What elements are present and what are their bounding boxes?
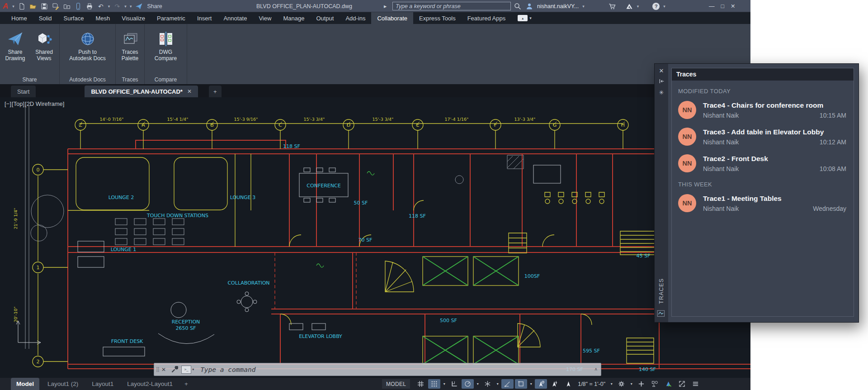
ribbon-tab-solid[interactable]: Solid [33,12,58,24]
snap-mode-caret-icon[interactable]: ▾ [442,382,447,386]
layout-tab-layout1[interactable]: Layout1 [86,378,119,390]
command-drag-handle[interactable]: ⣿ [156,366,159,372]
autocad-logo[interactable]: A [3,2,8,11]
palette-anchor-icon[interactable] [657,309,665,320]
new-layout-button[interactable]: + [181,378,192,390]
customization-gear-toggle[interactable] [615,379,627,389]
annotation-autoscale-toggle[interactable] [548,379,561,389]
customization-gear-caret-icon[interactable]: ▾ [629,382,634,386]
save-as-button[interactable] [52,2,60,10]
mobile-share-button[interactable] [74,2,82,10]
viewport-control-0[interactable]: [−] [5,100,11,107]
ribbon-tab-annotate[interactable]: Annotate [217,12,253,24]
minimize-button[interactable]: — [709,3,715,10]
close-button[interactable]: ✕ [731,3,735,10]
graphics-performance-toggle[interactable] [662,379,675,389]
palette-tab-label[interactable]: TRACES [658,278,665,304]
open-file-button[interactable] [29,2,37,10]
ribbon-collapse-caret-icon[interactable]: ▾ [529,16,532,20]
grid-display-toggle[interactable] [415,379,427,389]
ribbon-tab-home[interactable]: Home [5,12,33,24]
viewport-control-1[interactable]: [Top] [12,100,24,107]
ribbon-tab-featured-apps[interactable]: Featured Apps [462,12,512,24]
layout-tab-model[interactable]: Model [11,378,39,390]
search-input[interactable] [396,3,508,10]
status-menu-toggle[interactable] [689,379,702,389]
layout-tab-layout1-2-[interactable]: Layout1 (2) [42,378,84,390]
ribbon-group-label[interactable]: Share [0,76,59,83]
command-prompt-caret-icon[interactable]: ▾ [192,367,194,371]
search-box[interactable] [392,2,511,10]
help-caret-icon[interactable]: ▾ [663,4,665,9]
file-tab-start[interactable]: Start [11,86,36,97]
ribbon-tab-surface[interactable]: Surface [58,12,90,24]
annotation-scale-toggle[interactable] [562,379,574,389]
ribbon-tab-express-tools[interactable]: Express Tools [413,12,462,24]
palette-close-icon[interactable]: ✕ [655,67,668,74]
ribbon-group-label[interactable]: Traces [116,76,144,83]
viewport-control-2[interactable]: [2D Wireframe] [25,100,64,107]
ribbon-tab-collaborate[interactable]: Collaborate [371,12,413,24]
isolate-objects-toggle[interactable] [635,379,647,389]
share-plane-icon[interactable] [135,2,143,10]
ribbon-group-label[interactable]: Autodesk Docs [60,76,115,83]
user-caret-icon[interactable]: ▾ [582,4,585,9]
ribbon-tab-insert[interactable]: Insert [191,12,218,24]
autodesk-caret-icon[interactable]: ▾ [637,4,639,9]
trace-item[interactable]: NNTrace2 - Front DeskNishant Naik10:08 A… [678,154,846,172]
command-line-bar[interactable]: ⣿ ✕ >_ ▾ ˄ [154,363,601,376]
traces-palette-button[interactable]: TracesPalette [117,26,143,71]
plot-button[interactable] [85,2,94,10]
dwg-compare-button[interactable]: DWGCompare [148,26,184,71]
annotation-scale-label[interactable]: 1/8" = 1'-0" [576,381,608,387]
annotation-scale-caret-icon[interactable]: ▾ [609,382,614,386]
palette-properties-icon[interactable]: ✳ [655,89,668,96]
ribbon-tab-view[interactable]: View [253,12,277,24]
snap-mode-toggle[interactable] [428,379,440,389]
ribbon-tab-add-ins[interactable]: Add-ins [340,12,371,24]
ribbon-group-label[interactable]: Compare [145,76,187,83]
docs-folder-button[interactable] [63,2,71,10]
object-snap-tracking-toggle[interactable] [501,379,514,389]
isometric-drafting-caret-icon[interactable]: ▾ [495,382,500,386]
command-expand-icon[interactable]: ˄ [594,367,597,372]
maximize-button[interactable]: □ [721,3,725,10]
cart-icon[interactable] [608,2,616,10]
object-snap-toggle[interactable] [515,379,527,389]
shared-views-button[interactable]: SharedViews [31,26,58,71]
polar-tracking-toggle[interactable] [462,379,474,389]
save-button[interactable] [40,2,48,10]
share-drawing-button[interactable]: ShareDrawing [2,26,29,71]
command-close-icon[interactable]: ✕ [161,366,166,373]
command-prompt-icon[interactable]: >_ [181,366,191,374]
drawing-canvas[interactable]: ZABCDEFGH01214'-0 7/16"15'-4 1/4"15'-3 9… [0,97,750,378]
share-label[interactable]: Share [147,3,162,10]
wrench-icon[interactable] [170,366,179,374]
new-file-button[interactable] [18,2,26,10]
command-input[interactable] [200,366,594,373]
ortho-mode-toggle[interactable] [448,379,460,389]
user-icon[interactable] [525,2,533,10]
file-tab-active[interactable]: BLVD OFFICE_PLAN-AUTOCAD* ✕ [85,86,198,97]
selection-cycling-toggle[interactable] [649,379,661,389]
floor-plan-drawing[interactable]: ZABCDEFGH01214'-0 7/16"15'-4 1/4"15'-3 9… [0,97,750,378]
push-to-autodesk-docs-button[interactable]: Push toAutodesk Docs [62,26,113,71]
object-snap-caret-icon[interactable]: ▾ [528,382,533,386]
layout-tab-layout2-layout1[interactable]: Layout2-Layout1 [122,378,178,390]
help-icon[interactable]: ? [652,3,660,10]
title-flyout-caret-icon[interactable]: ▸ [384,0,387,12]
ribbon-tab-visualize[interactable]: Visualize [116,12,151,24]
undo-button[interactable]: ↶ [97,2,105,10]
annotation-visibility-toggle[interactable] [535,379,547,389]
isometric-drafting-toggle[interactable] [481,379,494,389]
trace-item[interactable]: NNTrace1 - Meeting TablesNishant NaikWed… [678,194,846,212]
username[interactable]: nishant.naikVY... [537,3,579,10]
autodesk-logo-icon[interactable] [625,2,633,10]
qat-customize-caret-icon[interactable]: ▾ [130,4,132,9]
search-icon[interactable] [514,2,522,10]
trace-item[interactable]: NNTrace4 - Chairs for conference roomNis… [678,101,846,119]
polar-tracking-caret-icon[interactable]: ▾ [475,382,480,386]
model-space-button[interactable]: MODEL [382,379,410,389]
ribbon-tab-manage[interactable]: Manage [277,12,310,24]
clean-screen-toggle[interactable] [676,379,688,389]
